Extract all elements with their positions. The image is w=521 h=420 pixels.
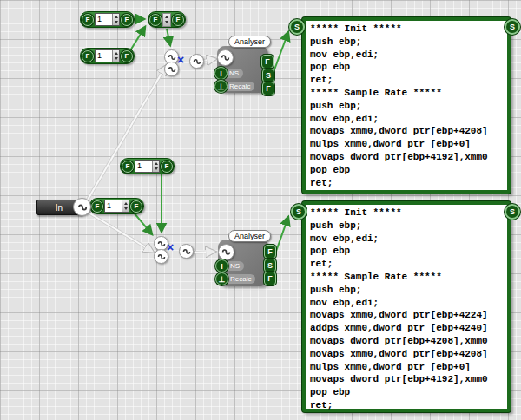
stream-icon (157, 240, 166, 248)
analyser-trigger-port[interactable]: ⊥ Recalc (214, 80, 254, 93)
analyser-string-out-port[interactable]: S (262, 69, 274, 82)
multiply-operator-icon[interactable]: × (167, 241, 174, 253)
float-out-port[interactable]: F (172, 14, 184, 26)
string-out-connector[interactable]: S (505, 204, 520, 220)
float-value-input[interactable]: 1 (135, 160, 160, 173)
code-box-1[interactable]: ***** Init ***** push ebp; mov ebp,edi; … (302, 17, 511, 194)
analyser-float-out-port[interactable]: F (264, 272, 276, 285)
float-value: 1 (105, 200, 122, 212)
float-node-2[interactable]: F 1 F (80, 48, 135, 64)
float-in-port[interactable]: F (122, 161, 134, 173)
in-stream-out-port[interactable] (73, 198, 91, 216)
float-value-input[interactable]: 1 (95, 13, 120, 26)
wire-multiply2-to-analyser2[interactable] (192, 252, 214, 253)
float-in-port[interactable]: F (82, 50, 94, 62)
stream-icon (77, 202, 88, 213)
multiply2-output-port[interactable] (179, 244, 194, 259)
stepper-up-icon[interactable] (124, 202, 128, 205)
multiply1-output-port[interactable] (189, 54, 204, 69)
analyser-stream-in-port[interactable] (218, 244, 234, 260)
stream-icon (193, 57, 201, 66)
float-in-port[interactable]: F (82, 14, 94, 26)
float-node-1[interactable]: F 1 F (80, 11, 135, 28)
analyser-int-port[interactable]: I NS (214, 67, 243, 80)
wire-in-to-multiply2[interactable] (89, 213, 153, 252)
code-text[interactable]: ***** Init ***** push ebp; mov ebp,edi; … (306, 21, 507, 191)
wire-combiner-to-multiply1[interactable] (167, 29, 170, 45)
value-stepper[interactable] (162, 13, 171, 27)
float-out-port[interactable]: F (130, 200, 142, 213)
stepper-up-icon[interactable] (155, 162, 158, 165)
analyser-float-out-port[interactable]: F (262, 82, 274, 95)
analyser-trigger-port[interactable]: ⊥ Recalc (215, 272, 255, 285)
in-node-label: In (56, 203, 63, 213)
analyser-stream-in-port[interactable] (217, 49, 234, 66)
float-in-port[interactable]: F (149, 14, 162, 26)
wire-in-to-multiply1[interactable] (88, 66, 166, 200)
float-value-input[interactable]: 1 (104, 200, 129, 213)
string-in-connector[interactable]: S (289, 19, 305, 35)
float-in-port[interactable]: F (91, 200, 103, 213)
value-stepper[interactable] (112, 50, 119, 62)
stream-icon (182, 247, 191, 256)
combiner-node[interactable]: F F (148, 11, 186, 28)
stepper-up-icon[interactable] (115, 52, 118, 55)
stream-icon (168, 53, 176, 62)
float-value: 1 (96, 50, 112, 62)
analyser-string-out-port[interactable]: S (264, 259, 276, 272)
value-stepper[interactable] (112, 14, 119, 25)
trigger-port-icon[interactable]: ⊥ (214, 80, 228, 93)
stream-icon (221, 247, 231, 257)
analyser-float-out-port[interactable]: F (261, 55, 274, 69)
stepper-down-icon[interactable] (155, 167, 158, 170)
analyser-int-port[interactable]: I NS (215, 259, 244, 272)
float-node-3[interactable]: F 1 F (120, 158, 175, 174)
stepper-up-icon[interactable] (165, 16, 168, 18)
stepper-down-icon[interactable] (124, 207, 128, 210)
code-box-2[interactable]: ***** Init ***** push ebp; mov ebp,edi; … (302, 201, 511, 412)
code-text[interactable]: ***** Init ***** push ebp; mov ebp,edi; … (306, 205, 507, 414)
analyser-title: Analyser (228, 36, 271, 48)
analyser-title: Analyser (228, 230, 271, 242)
float-value: 1 (96, 14, 112, 25)
stream-icon (168, 65, 176, 74)
int-port-icon[interactable]: I (215, 259, 228, 272)
int-port-icon[interactable]: I (214, 67, 228, 80)
float-out-port[interactable]: F (121, 50, 133, 62)
float-out-port[interactable]: F (161, 161, 173, 173)
analyser-float-out-port[interactable]: F (264, 245, 276, 259)
stream-icon (221, 53, 230, 62)
wire-float4-to-multiply2[interactable] (134, 213, 152, 234)
stepper-down-icon[interactable] (165, 21, 168, 23)
stream-icon (157, 253, 166, 261)
float-value: 1 (135, 161, 152, 172)
string-out-connector[interactable]: S (505, 19, 520, 35)
wire-analyser1-to-codebox1[interactable] (274, 32, 288, 72)
value-stepper[interactable] (152, 161, 159, 172)
schematic-canvas[interactable]: F 1 F F F F 1 F F 1 F F 1 F (0, 0, 521, 420)
trigger-port-icon[interactable]: ⊥ (215, 272, 228, 285)
stepper-down-icon[interactable] (115, 21, 118, 23)
float-value-input[interactable]: 1 (95, 49, 120, 62)
multiply-operator-icon[interactable]: × (177, 54, 184, 66)
float-out-port[interactable]: F (121, 14, 133, 26)
stepper-up-icon[interactable] (115, 16, 118, 18)
stepper-down-icon[interactable] (115, 57, 118, 60)
string-in-connector[interactable]: S (291, 204, 307, 220)
value-stepper[interactable] (122, 200, 129, 212)
float-node-4[interactable]: F 1 F (89, 198, 144, 214)
